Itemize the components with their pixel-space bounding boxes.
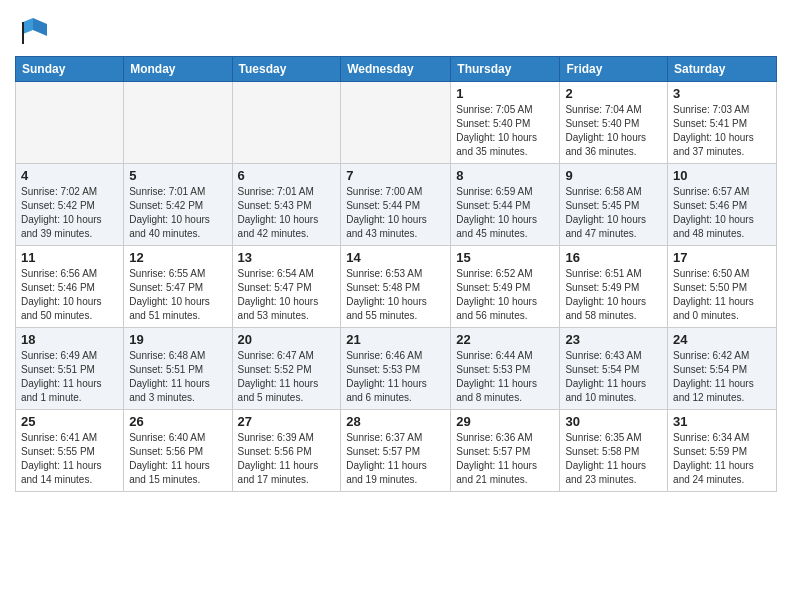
day-number: 28 bbox=[346, 414, 445, 429]
day-info: Sunrise: 7:04 AMSunset: 5:40 PMDaylight:… bbox=[565, 103, 662, 159]
day-cell: 11Sunrise: 6:56 AMSunset: 5:46 PMDayligh… bbox=[16, 246, 124, 328]
day-cell: 28Sunrise: 6:37 AMSunset: 5:57 PMDayligh… bbox=[341, 410, 451, 492]
day-number: 31 bbox=[673, 414, 771, 429]
day-info: Sunrise: 6:58 AMSunset: 5:45 PMDaylight:… bbox=[565, 185, 662, 241]
day-number: 1 bbox=[456, 86, 554, 101]
day-info: Sunrise: 6:36 AMSunset: 5:57 PMDaylight:… bbox=[456, 431, 554, 487]
day-cell: 1Sunrise: 7:05 AMSunset: 5:40 PMDaylight… bbox=[451, 82, 560, 164]
col-header-tuesday: Tuesday bbox=[232, 57, 341, 82]
day-info: Sunrise: 6:39 AMSunset: 5:56 PMDaylight:… bbox=[238, 431, 336, 487]
day-info: Sunrise: 7:01 AMSunset: 5:43 PMDaylight:… bbox=[238, 185, 336, 241]
day-cell bbox=[341, 82, 451, 164]
day-info: Sunrise: 6:35 AMSunset: 5:58 PMDaylight:… bbox=[565, 431, 662, 487]
day-number: 9 bbox=[565, 168, 662, 183]
day-cell: 26Sunrise: 6:40 AMSunset: 5:56 PMDayligh… bbox=[124, 410, 232, 492]
day-number: 14 bbox=[346, 250, 445, 265]
day-number: 15 bbox=[456, 250, 554, 265]
day-cell: 10Sunrise: 6:57 AMSunset: 5:46 PMDayligh… bbox=[668, 164, 777, 246]
day-info: Sunrise: 6:43 AMSunset: 5:54 PMDaylight:… bbox=[565, 349, 662, 405]
day-cell: 16Sunrise: 6:51 AMSunset: 5:49 PMDayligh… bbox=[560, 246, 668, 328]
day-number: 24 bbox=[673, 332, 771, 347]
day-info: Sunrise: 6:37 AMSunset: 5:57 PMDaylight:… bbox=[346, 431, 445, 487]
day-info: Sunrise: 6:40 AMSunset: 5:56 PMDaylight:… bbox=[129, 431, 226, 487]
week-row-2: 4Sunrise: 7:02 AMSunset: 5:42 PMDaylight… bbox=[16, 164, 777, 246]
day-info: Sunrise: 7:01 AMSunset: 5:42 PMDaylight:… bbox=[129, 185, 226, 241]
day-cell: 15Sunrise: 6:52 AMSunset: 5:49 PMDayligh… bbox=[451, 246, 560, 328]
day-cell: 5Sunrise: 7:01 AMSunset: 5:42 PMDaylight… bbox=[124, 164, 232, 246]
week-row-3: 11Sunrise: 6:56 AMSunset: 5:46 PMDayligh… bbox=[16, 246, 777, 328]
day-cell: 24Sunrise: 6:42 AMSunset: 5:54 PMDayligh… bbox=[668, 328, 777, 410]
day-number: 12 bbox=[129, 250, 226, 265]
day-number: 8 bbox=[456, 168, 554, 183]
day-info: Sunrise: 6:41 AMSunset: 5:55 PMDaylight:… bbox=[21, 431, 118, 487]
week-row-4: 18Sunrise: 6:49 AMSunset: 5:51 PMDayligh… bbox=[16, 328, 777, 410]
day-cell: 17Sunrise: 6:50 AMSunset: 5:50 PMDayligh… bbox=[668, 246, 777, 328]
day-cell: 27Sunrise: 6:39 AMSunset: 5:56 PMDayligh… bbox=[232, 410, 341, 492]
day-cell: 3Sunrise: 7:03 AMSunset: 5:41 PMDaylight… bbox=[668, 82, 777, 164]
calendar: SundayMondayTuesdayWednesdayThursdayFrid… bbox=[15, 56, 777, 492]
day-cell: 6Sunrise: 7:01 AMSunset: 5:43 PMDaylight… bbox=[232, 164, 341, 246]
day-cell: 14Sunrise: 6:53 AMSunset: 5:48 PMDayligh… bbox=[341, 246, 451, 328]
day-number: 10 bbox=[673, 168, 771, 183]
header bbox=[15, 10, 777, 50]
day-number: 21 bbox=[346, 332, 445, 347]
day-number: 18 bbox=[21, 332, 118, 347]
day-info: Sunrise: 6:42 AMSunset: 5:54 PMDaylight:… bbox=[673, 349, 771, 405]
logo bbox=[15, 14, 55, 50]
col-header-thursday: Thursday bbox=[451, 57, 560, 82]
col-header-saturday: Saturday bbox=[668, 57, 777, 82]
day-cell: 31Sunrise: 6:34 AMSunset: 5:59 PMDayligh… bbox=[668, 410, 777, 492]
day-info: Sunrise: 6:47 AMSunset: 5:52 PMDaylight:… bbox=[238, 349, 336, 405]
day-number: 6 bbox=[238, 168, 336, 183]
day-info: Sunrise: 6:51 AMSunset: 5:49 PMDaylight:… bbox=[565, 267, 662, 323]
col-header-wednesday: Wednesday bbox=[341, 57, 451, 82]
day-number: 26 bbox=[129, 414, 226, 429]
day-info: Sunrise: 7:02 AMSunset: 5:42 PMDaylight:… bbox=[21, 185, 118, 241]
day-number: 23 bbox=[565, 332, 662, 347]
day-info: Sunrise: 6:49 AMSunset: 5:51 PMDaylight:… bbox=[21, 349, 118, 405]
day-number: 25 bbox=[21, 414, 118, 429]
day-number: 22 bbox=[456, 332, 554, 347]
day-number: 16 bbox=[565, 250, 662, 265]
day-info: Sunrise: 6:54 AMSunset: 5:47 PMDaylight:… bbox=[238, 267, 336, 323]
day-info: Sunrise: 7:03 AMSunset: 5:41 PMDaylight:… bbox=[673, 103, 771, 159]
day-number: 19 bbox=[129, 332, 226, 347]
day-info: Sunrise: 6:50 AMSunset: 5:50 PMDaylight:… bbox=[673, 267, 771, 323]
day-cell: 12Sunrise: 6:55 AMSunset: 5:47 PMDayligh… bbox=[124, 246, 232, 328]
day-number: 17 bbox=[673, 250, 771, 265]
day-number: 27 bbox=[238, 414, 336, 429]
week-row-5: 25Sunrise: 6:41 AMSunset: 5:55 PMDayligh… bbox=[16, 410, 777, 492]
day-cell: 9Sunrise: 6:58 AMSunset: 5:45 PMDaylight… bbox=[560, 164, 668, 246]
day-info: Sunrise: 7:00 AMSunset: 5:44 PMDaylight:… bbox=[346, 185, 445, 241]
day-info: Sunrise: 6:48 AMSunset: 5:51 PMDaylight:… bbox=[129, 349, 226, 405]
col-header-sunday: Sunday bbox=[16, 57, 124, 82]
day-info: Sunrise: 6:34 AMSunset: 5:59 PMDaylight:… bbox=[673, 431, 771, 487]
day-cell: 20Sunrise: 6:47 AMSunset: 5:52 PMDayligh… bbox=[232, 328, 341, 410]
day-info: Sunrise: 6:56 AMSunset: 5:46 PMDaylight:… bbox=[21, 267, 118, 323]
col-header-friday: Friday bbox=[560, 57, 668, 82]
day-cell: 2Sunrise: 7:04 AMSunset: 5:40 PMDaylight… bbox=[560, 82, 668, 164]
day-cell bbox=[16, 82, 124, 164]
day-cell: 30Sunrise: 6:35 AMSunset: 5:58 PMDayligh… bbox=[560, 410, 668, 492]
day-cell: 19Sunrise: 6:48 AMSunset: 5:51 PMDayligh… bbox=[124, 328, 232, 410]
logo-icon bbox=[15, 14, 51, 50]
header-row: SundayMondayTuesdayWednesdayThursdayFrid… bbox=[16, 57, 777, 82]
day-number: 3 bbox=[673, 86, 771, 101]
day-info: Sunrise: 6:44 AMSunset: 5:53 PMDaylight:… bbox=[456, 349, 554, 405]
day-number: 7 bbox=[346, 168, 445, 183]
day-cell: 29Sunrise: 6:36 AMSunset: 5:57 PMDayligh… bbox=[451, 410, 560, 492]
day-info: Sunrise: 6:55 AMSunset: 5:47 PMDaylight:… bbox=[129, 267, 226, 323]
day-number: 5 bbox=[129, 168, 226, 183]
day-number: 11 bbox=[21, 250, 118, 265]
day-cell bbox=[232, 82, 341, 164]
day-info: Sunrise: 6:59 AMSunset: 5:44 PMDaylight:… bbox=[456, 185, 554, 241]
day-cell: 23Sunrise: 6:43 AMSunset: 5:54 PMDayligh… bbox=[560, 328, 668, 410]
day-info: Sunrise: 6:53 AMSunset: 5:48 PMDaylight:… bbox=[346, 267, 445, 323]
day-number: 4 bbox=[21, 168, 118, 183]
day-cell: 13Sunrise: 6:54 AMSunset: 5:47 PMDayligh… bbox=[232, 246, 341, 328]
day-cell: 8Sunrise: 6:59 AMSunset: 5:44 PMDaylight… bbox=[451, 164, 560, 246]
day-info: Sunrise: 6:57 AMSunset: 5:46 PMDaylight:… bbox=[673, 185, 771, 241]
day-number: 30 bbox=[565, 414, 662, 429]
day-cell: 7Sunrise: 7:00 AMSunset: 5:44 PMDaylight… bbox=[341, 164, 451, 246]
day-cell: 18Sunrise: 6:49 AMSunset: 5:51 PMDayligh… bbox=[16, 328, 124, 410]
